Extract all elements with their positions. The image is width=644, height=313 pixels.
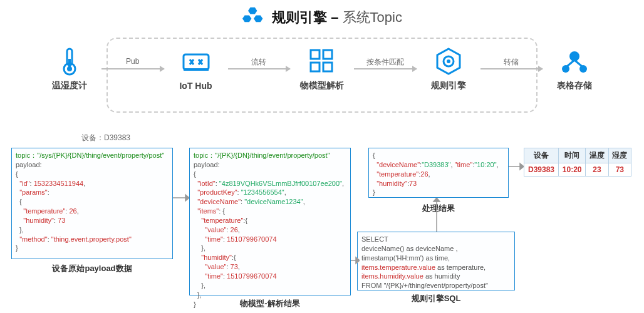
svg-marker-0	[248, 8, 257, 14]
title-row: 规则引擎 – 系统Topic	[0, 0, 644, 34]
flow-diagram: 温湿度计 Pub IoT Hub 流转 物模型解析 按条件匹配 规则引擎 转储 …	[25, 38, 619, 113]
hexes-icon	[242, 6, 266, 29]
svg-marker-2	[254, 15, 262, 22]
svg-rect-8	[184, 68, 209, 71]
table-row: D39383 10:20 23 73	[524, 163, 631, 177]
arrow-store: 转储	[480, 68, 543, 69]
th-device: 设备	[524, 148, 559, 163]
panel-raw-caption: 设备原始payload数据	[11, 263, 173, 274]
svg-marker-22	[356, 257, 360, 264]
svg-point-16	[569, 51, 579, 61]
arrow-pub: Pub	[101, 68, 164, 69]
node-label: 温湿度计	[52, 80, 87, 91]
node-label: 物模型解析	[300, 80, 344, 91]
th-time: 时间	[559, 148, 586, 163]
result-table: 设备 时间 温度 湿度 D39383 10:20 23 73	[524, 148, 631, 177]
node-label: 规则引擎	[431, 80, 466, 91]
svg-rect-11	[311, 63, 319, 71]
connector-4-3	[432, 198, 441, 232]
svg-rect-7	[184, 54, 209, 69]
thermometer-icon	[55, 46, 85, 76]
svg-marker-20	[185, 195, 189, 201]
svg-rect-12	[323, 63, 332, 71]
blocks-icon	[307, 46, 337, 76]
arrow-label: Pub	[101, 57, 164, 66]
svg-rect-10	[323, 50, 332, 59]
node-ruleengine: 规则引擎	[420, 46, 477, 91]
connector-1-2	[173, 192, 189, 204]
th-hum: 湿度	[608, 148, 631, 163]
arrow-flow: 流转	[228, 68, 291, 69]
panel-sql: SELECT deviceName() as deviceName , time…	[357, 232, 515, 290]
svg-marker-24	[434, 198, 440, 202]
panel-result: { "deviceName":"D39383", "time":"10:20",…	[368, 148, 509, 198]
page-title: 规则引擎 – 系统Topic	[272, 8, 402, 27]
th-temp: 温度	[586, 148, 608, 163]
arrow-label: 流转	[228, 57, 291, 68]
panel-raw-payload: topic："/sys/{PK}/{DN}/thing/event/proper…	[11, 148, 173, 259]
panel-parsed-caption: 物模型-解析结果	[189, 298, 351, 309]
connector-2-4	[351, 254, 360, 267]
tablestore-icon	[559, 46, 589, 76]
connector-3-table	[509, 160, 524, 173]
node-thermometer: 温湿度计	[41, 46, 98, 91]
arrow-match: 按条件匹配	[354, 68, 417, 69]
node-tablestore: 表格存储	[546, 46, 603, 91]
arrow-label: 转储	[480, 57, 543, 68]
svg-point-15	[447, 59, 450, 63]
panel-parsed: topic："/{PK}/{DN}/thing/event/property/p…	[189, 148, 351, 295]
svg-rect-9	[311, 50, 319, 59]
node-label: 表格存储	[557, 80, 592, 91]
node-thingmodel: 物模型解析	[294, 46, 350, 91]
arrow-label: 按条件匹配	[354, 57, 417, 68]
ruleengine-icon	[434, 46, 464, 76]
node-label: IoT Hub	[179, 81, 212, 91]
device-tag: 设备：D39383	[81, 133, 130, 143]
panels-area: topic："/sys/{PK}/{DN}/thing/event/proper…	[11, 148, 633, 308]
iothub-icon	[181, 47, 211, 77]
panel-sql-caption: 规则引擎SQL	[357, 293, 515, 304]
node-iothub: IoT Hub	[168, 47, 224, 91]
svg-marker-26	[520, 163, 524, 170]
svg-marker-1	[242, 15, 251, 22]
